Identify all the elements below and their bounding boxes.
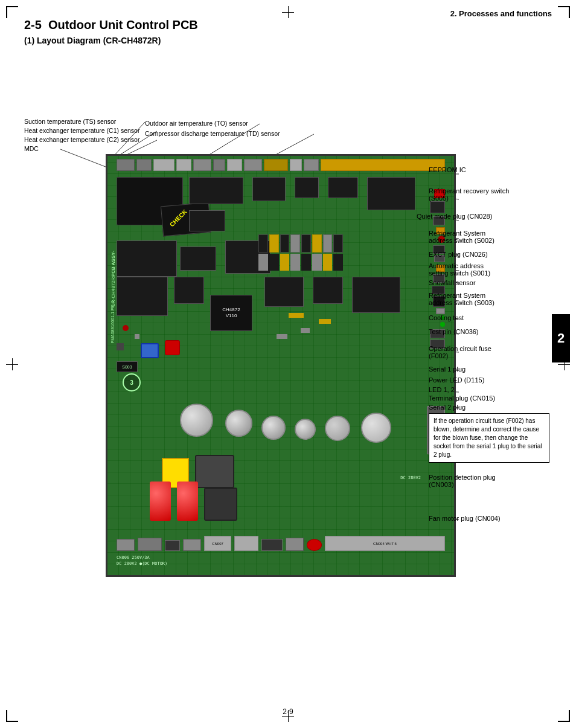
label-fan-motor: Fan motor plug (CN004) <box>429 515 549 522</box>
label-test-pin: Test pin (CN036) <box>429 328 549 335</box>
label-outdoor-air: Outdoor air temperature (TO) sensor <box>145 120 248 127</box>
corner-bl <box>6 710 18 722</box>
label-snowfall: Snowfall sensor <box>429 279 549 286</box>
label-heat-ex-c1: Heat exchanger temperature (C1) sensor <box>24 127 139 134</box>
label-operation-fuse: Operation circuit fuse(F002) <box>429 345 549 359</box>
label-suction-temp: Suction temperature (TS) sensor <box>24 118 116 125</box>
info-box: If the operation circuit fuse (F002) has… <box>429 413 549 463</box>
page-number: 2-9 <box>283 707 293 716</box>
main-content: 2-5 Outdoor Unit Control PCB (1) Layout … <box>24 18 546 586</box>
label-cooling-test: Cooling test <box>429 314 549 321</box>
cap-red-2 <box>177 482 198 521</box>
label-serial2: Serial 2 plug <box>429 404 549 411</box>
label-power-led: Power LED (D115) <box>429 376 549 384</box>
label-position-detect: Position detection plug(CN003) <box>429 474 549 488</box>
corner-tr <box>558 6 570 18</box>
section-tab: 2 <box>552 314 570 362</box>
label-exct: EXCT plug (CN026) <box>429 251 549 258</box>
label-serial1: Serial 1 plug <box>429 366 549 373</box>
cap-red-1 <box>150 482 171 521</box>
comp-blue <box>141 343 159 358</box>
subsection-heading: (1) Layout Diagram (CR-CH4872R) <box>24 36 546 45</box>
label-mdc: MDC <box>24 145 39 152</box>
section-heading: 2-5 Outdoor Unit Control PCB <box>24 18 546 32</box>
corner-tl <box>6 6 18 18</box>
label-terminal-plug: Terminal plug (CN015) <box>429 395 549 402</box>
pcb-board: PCB ASSY- CR-CH4872R FMA08916001-1 FR-4 <box>106 154 456 577</box>
label-heat-ex-c2: Heat exchanger temperature (C2) sensor <box>24 136 139 143</box>
label-refrigerant-s002: Refrigerant Systemaddress switch (S002) <box>429 230 549 244</box>
svg-line-3 <box>60 149 112 169</box>
label-quiet-mode: Quiet mode plug (CN028) <box>417 213 549 220</box>
header-title: 2. Processes and functions <box>450 9 552 18</box>
crosshair-top <box>282 6 294 18</box>
diagram-wrapper: Suction temperature (TS) sensor Heat exc… <box>24 54 549 586</box>
label-led12: LED 1, 2 <box>429 386 549 393</box>
crosshair-left <box>6 358 18 370</box>
label-compressor-discharge: Compressor discharge temperature (TD) se… <box>145 130 280 137</box>
corner-br <box>558 710 570 722</box>
label-eeprom: EEPROM IC <box>429 166 549 173</box>
label-auto-address: Automatic addresssetting switch (S001) <box>429 262 549 277</box>
svg-line-4 <box>205 124 260 157</box>
comp-inductor <box>204 488 237 521</box>
label-refrigerant-recovery: Refrigerant recovery switch(S005) <box>429 187 549 202</box>
comp-transformer <box>195 455 234 488</box>
label-refrigerant-s003: Refrigerant Systemaddress switch (S003) <box>429 292 549 306</box>
